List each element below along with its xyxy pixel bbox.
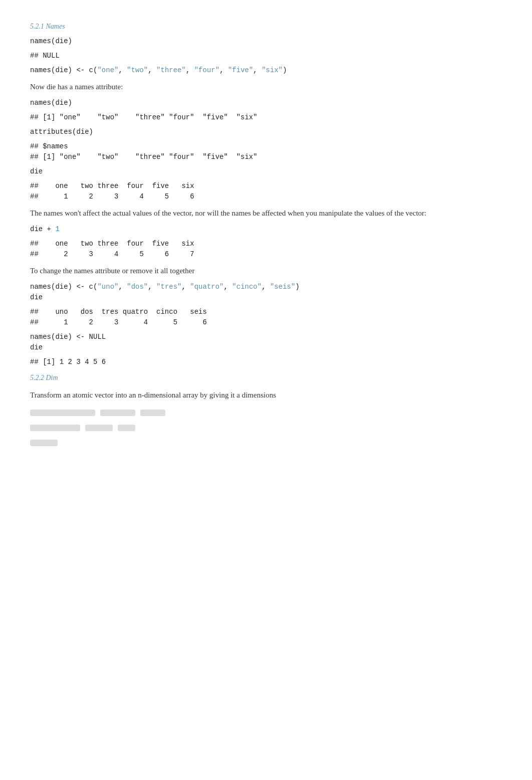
code-die-1: die [30,166,502,177]
prose-transform: Transform an atomic vector into an n-dim… [30,389,502,401]
prose-names-attr: Now die has a names attribute: [30,81,502,93]
code-die-plus-output: ## one two three four five six ## 2 3 4 … [30,239,502,260]
code-output-names-1: ## [1] "one" "two" "three" "four" "five"… [30,112,502,123]
code-null-output: ## NULL [30,51,502,61]
code-names-die-2: names(die) [30,98,502,108]
code-die-output-3: ## [1] 1 2 3 4 5 6 [30,357,502,367]
blurred-text-2 [30,421,502,433]
code-names-assign-1: names(die) <- c("one", "two", "three", "… [30,65,502,76]
section-521-heading: 5.2.1 Names [30,20,502,32]
code-die-plus-1: die + 1 [30,224,502,235]
section-522-heading: 5.2.2 Dim [30,371,502,383]
code-names-assign-2: names(die) <- c("uno", "dos", "tres", "q… [30,282,502,303]
code-die-output-1: ## one two three four five six ## 1 2 3 … [30,181,502,202]
prose-no-affect: The names won't affect the actual values… [30,207,502,219]
code-die-output-2: ## uno dos tres quatro cinco seis ## 1 2… [30,307,502,328]
prose-change-names: To change the names attribute or remove … [30,265,502,277]
code-output-snames: ## $names ## [1] "one" "two" "three" "fo… [30,141,502,162]
code-names-die-1: names(die) [30,36,502,47]
code-names-null: names(die) <- NULL die [30,332,502,353]
code-attributes-die: attributes(die) [30,127,502,137]
blurred-text-1 [30,406,502,418]
blurred-text-3 [30,436,502,448]
